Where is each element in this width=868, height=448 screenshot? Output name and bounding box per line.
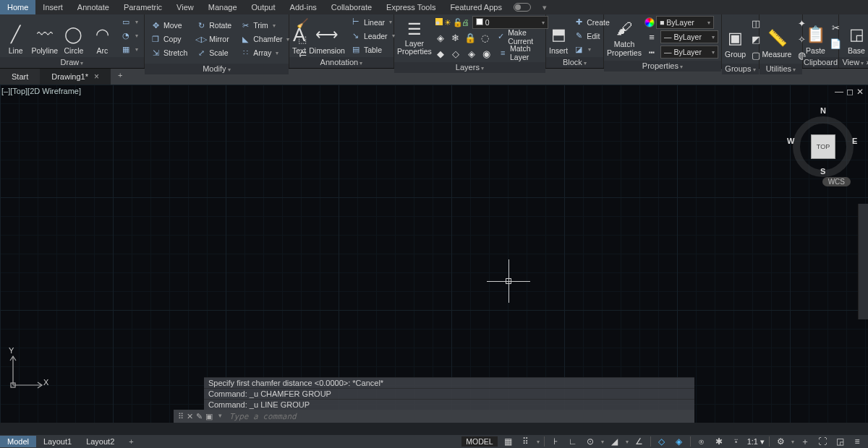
panel-view[interactable]: View » [839,57,868,68]
tab-output[interactable]: Output [244,0,283,14]
viewport-minimize-icon[interactable]: — [835,87,843,97]
linear-button[interactable]: ⊢Linear▾ [348,16,398,28]
layout1-tab[interactable]: Layout1 [36,436,79,447]
panel-modify[interactable]: Modify [145,64,289,74]
tab-dropdown[interactable]: ▾ [535,0,554,14]
linetype-combo[interactable]: — ByLayer▾ [660,46,718,59]
otrack-icon[interactable]: ∠ [633,436,646,447]
tab-collaborate[interactable]: Collaborate [324,0,379,14]
tab-annotate[interactable]: Annotate [70,0,116,14]
customize-status-icon[interactable]: ≡ [851,436,864,447]
layer-misc2-icon[interactable]: ◇ [450,46,462,61]
gear-icon[interactable]: ⚙ [774,436,787,447]
start-tab[interactable]: Start [0,69,40,85]
isoplane-icon[interactable]: ◢ [608,436,621,447]
new-tab-button[interactable]: + [111,69,129,85]
drawing-tab[interactable]: Drawing1*× [40,69,111,85]
color-combo[interactable]: ■ ByLayer▾ [656,16,714,29]
tab-featured[interactable]: Featured Apps [443,0,509,14]
hardware-icon[interactable]: ⛶ [816,436,829,447]
space-indicator[interactable]: MODEL [461,436,497,447]
copy-button[interactable]: ❐Copy [148,33,190,46]
tab-insert[interactable]: Insert [35,0,70,14]
layer-properties-button[interactable]: ☰Layer Properties [397,20,432,56]
viewport-label[interactable]: [–][Top][2D Wireframe] [1,87,81,95]
mirror-button[interactable]: ◁▷Mirror [193,33,234,46]
close-tab-icon[interactable]: × [94,72,99,82]
panel-layers[interactable]: Layers [394,62,545,73]
panel-block[interactable]: Block [546,57,603,68]
move-button[interactable]: ✥Move [148,20,190,32]
hatch-button[interactable]: ▦▾ [118,43,141,56]
line-button[interactable]: ╱Line [3,16,28,56]
panel-utilities[interactable]: Utilities [760,64,802,74]
ortho-icon[interactable]: ∟ [566,436,579,447]
panel-properties[interactable]: Properties [604,61,721,72]
leader-button[interactable]: ↘Leader▾ [348,30,398,42]
viewport-maximize-icon[interactable]: ◻ [846,87,854,97]
group-button[interactable]: ▣Group [725,20,746,59]
panel-groups[interactable]: Groups [722,64,759,74]
command-input[interactable] [229,412,694,421]
isolate-icon[interactable]: ＋ [799,436,812,447]
ribbon-toggle[interactable] [514,3,531,12]
measure-button[interactable]: 📏Measure [762,20,791,59]
add-layout-button[interactable]: + [122,436,140,447]
rectangle-button[interactable]: ▭▾ [118,16,141,28]
dimension-button[interactable]: ⟷Dimension [309,16,345,56]
layer-combo[interactable]: 0▾ [472,16,548,29]
lineweight-combo[interactable]: — ByLayer▾ [660,30,718,43]
text-button[interactable]: AText [292,16,306,56]
layer-lock-icon[interactable]: 🔒 [464,30,476,45]
grid-toggle-icon[interactable]: ▦ [502,436,515,447]
command-line[interactable]: ⠿ ✕ ✎ ▣ ▾ [174,410,694,423]
panel-annotation[interactable]: Annotation [289,57,393,68]
layer-misc4-icon[interactable]: ◉ [480,46,493,61]
scale-label[interactable]: 1:1 ▾ [747,437,765,447]
layout2-tab[interactable]: Layout2 [79,436,122,447]
tab-manage[interactable]: Manage [201,0,244,14]
tab-addins[interactable]: Add-ins [283,0,324,14]
osnap-icon[interactable]: ◇ [655,436,668,447]
chamfer-button[interactable]: ◣Chamfer▾ [237,33,292,46]
cmd-recent-icon[interactable]: ▣ [205,412,213,421]
match-layer-button[interactable]: ≡Match Layer [495,46,548,59]
arc-button[interactable]: ◠Arc [90,16,115,56]
polyline-button[interactable]: 〰Polyline [31,16,58,56]
paste-button[interactable]: 📋Paste [806,16,825,56]
stretch-button[interactable]: ⇲Stretch [148,47,190,59]
tab-parametric[interactable]: Parametric [116,0,169,14]
wcs-badge[interactable]: WCS [822,177,851,186]
tab-view[interactable]: View [169,0,201,14]
cmd-handle-icon[interactable]: ⠿ [178,412,184,421]
cmd-close-icon[interactable]: ✕ [187,412,193,421]
cleanscreen-icon[interactable]: ◲ [833,436,846,447]
view-cube[interactable]: TOP N S W E [787,98,859,184]
table-button[interactable]: ▤Table [348,43,398,56]
make-current-button[interactable]: ✓Make Current [494,30,548,43]
polar-icon[interactable]: ⊙ [584,436,597,447]
rotate-button[interactable]: ↻Rotate [193,20,234,32]
cmd-recent-dd[interactable]: ▾ [216,412,225,421]
base-button[interactable]: ◲Base [842,16,868,56]
annoscale-icon[interactable]: ⍟ [695,436,708,447]
tab-express[interactable]: Express Tools [379,0,443,14]
layer-misc3-icon[interactable]: ◈ [465,46,477,61]
nav-bar[interactable] [858,204,868,319]
drawing-canvas[interactable]: [–][Top][2D Wireframe] — ◻ ✕ TOP N S W E… [0,85,868,423]
3dosnap-icon[interactable]: ◈ [673,436,686,447]
linetype-icon[interactable]: ┅ [644,45,659,59]
cmd-customize-icon[interactable]: ✎ [196,412,203,421]
panel-draw[interactable]: Draw [0,57,144,68]
model-tab[interactable]: Model [0,436,36,447]
layer-misc1-icon[interactable]: ◆ [435,46,447,61]
panel-clipboard[interactable]: Clipboard [803,57,838,68]
scale-button[interactable]: ⤢Scale [193,47,234,59]
tab-home[interactable]: Home [0,0,35,14]
ellipse-button[interactable]: ◔▾ [118,30,141,42]
insert-button[interactable]: ⬒Insert [549,16,568,56]
array-button[interactable]: ∷Array▾ [237,47,292,59]
layer-iso-icon[interactable]: ◈ [435,30,446,45]
lineweight-icon[interactable]: ≡ [644,30,659,44]
trim-button[interactable]: ✂Trim▾ [237,20,292,32]
